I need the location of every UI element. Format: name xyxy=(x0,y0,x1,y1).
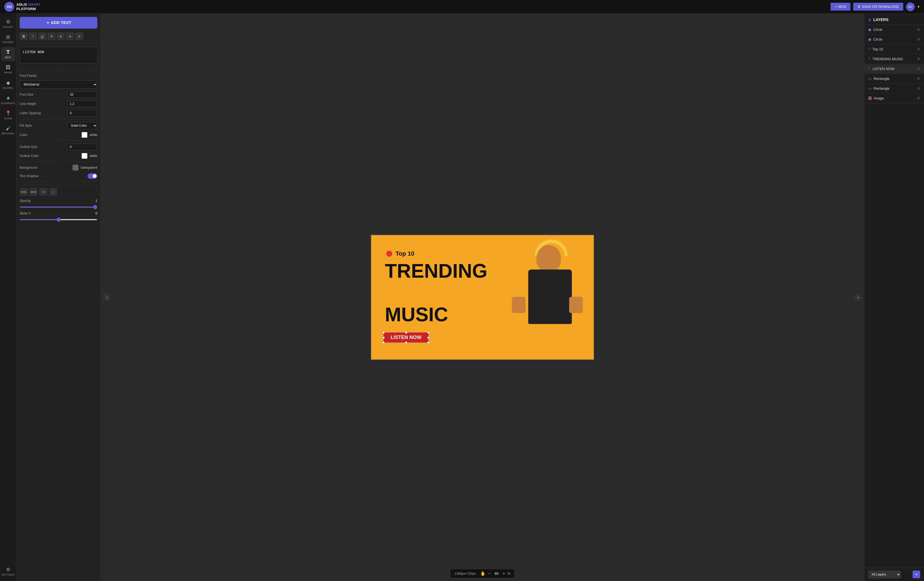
align-justify-button[interactable]: ≡ xyxy=(75,33,83,40)
transform-btn-2[interactable]: ⟺ xyxy=(30,188,38,196)
layer-settings-icon[interactable]: ⚙ xyxy=(917,86,920,91)
sidebar-item-shapes[interactable]: ◆ SHAPES xyxy=(1,78,15,92)
zoom-value: 80 xyxy=(493,571,500,576)
sidebar-item-adjust[interactable]: ⚙ ADJUST xyxy=(1,17,15,31)
layer-item-circle1[interactable]: ◉ Circle ⚙ xyxy=(864,25,924,35)
sidebar-item-icons[interactable]: 📍 ICONS xyxy=(1,108,15,122)
sidebar-item-text[interactable]: T TEXT xyxy=(1,47,15,61)
layer-name: Circle xyxy=(873,37,882,41)
handle-bot-mid[interactable] xyxy=(405,342,407,343)
user-avatar[interactable]: AD xyxy=(906,2,915,11)
layer-settings-icon[interactable]: ⚙ xyxy=(917,67,920,71)
align-center-button[interactable]: ≡ xyxy=(57,33,65,40)
layer-name: Rectangle xyxy=(874,77,889,81)
layer-item-listennow[interactable]: T LISTEN NOW ⚙ xyxy=(864,64,924,74)
layer-settings-icon[interactable]: ⚙ xyxy=(917,77,920,81)
text-shadow-toggle[interactable] xyxy=(87,173,97,179)
outline-color-swatch[interactable] xyxy=(81,153,87,159)
line-height-input[interactable] xyxy=(67,101,97,107)
transform-btn-3[interactable]: + xyxy=(39,188,48,196)
layer-name: Top 10 xyxy=(873,47,883,51)
zoom-out-button[interactable]: − xyxy=(488,571,490,576)
shapes-icon: ◆ xyxy=(6,80,10,86)
transform-btn-4[interactable]: ↕ xyxy=(49,188,57,196)
handle-mid-right[interactable] xyxy=(427,337,429,339)
font-family-label: Font Family xyxy=(20,74,44,78)
bold-button[interactable]: B xyxy=(20,33,28,40)
user-menu-chevron[interactable]: ▾ xyxy=(917,4,920,9)
sidebar-item-settings[interactable]: ⚙ SETTINGS xyxy=(1,564,15,578)
image-icon: 🖼 xyxy=(6,64,11,70)
font-size-input[interactable] xyxy=(67,91,97,98)
handle-top-left[interactable] xyxy=(383,332,384,333)
layer-item-image[interactable]: 🖼 Image ⚙ xyxy=(864,94,924,103)
align-right-button[interactable]: ≡ xyxy=(66,33,74,40)
text-content-input[interactable]: LISTEN NOW xyxy=(20,47,97,63)
handle-top-mid[interactable] xyxy=(405,332,407,333)
layer-settings-icon[interactable]: ⚙ xyxy=(917,37,920,41)
all-layers-select[interactable]: All Layers xyxy=(868,571,901,578)
layer-settings-icon[interactable]: ⚙ xyxy=(917,96,920,100)
line-height-label: Line Height xyxy=(20,102,44,106)
canvas-area: ‹ Top 10 xyxy=(101,14,864,581)
layer-settings-icon[interactable]: ⚙ xyxy=(917,47,920,51)
color-value: white xyxy=(90,133,97,137)
canvas-bottom-bar: 1280px×720px ✋ − 80 + % xyxy=(450,569,514,578)
brushes-icon: 🖌 xyxy=(6,125,11,131)
layer-settings-icon[interactable]: ⚙ xyxy=(917,57,920,61)
sidebar-item-elements[interactable]: ★ ELEMENTS xyxy=(1,92,15,107)
sidebar-item-image[interactable]: 🖼 IMAGE xyxy=(1,62,15,76)
layer-item-rect1[interactable]: ▭ Rectangle ⚙ xyxy=(864,74,924,84)
letter-spacing-input[interactable] xyxy=(67,110,97,116)
layer-name: Image xyxy=(874,96,884,100)
add-layer-button[interactable]: + xyxy=(912,571,920,578)
color-swatch[interactable] xyxy=(81,132,87,138)
italic-button[interactable]: I xyxy=(29,33,37,40)
left-panel: ＋ ADD TEXT B I U ≡ ≡ ≡ ≡ LISTEN NOW Font… xyxy=(16,14,101,581)
layer-item-circle2[interactable]: ◉ Circle ⚙ xyxy=(864,35,924,45)
color-label: Color xyxy=(20,133,44,137)
zoom-in-button[interactable]: + xyxy=(503,571,505,576)
sidebar-item-frames[interactable]: ⊞ FRAMES xyxy=(1,31,15,46)
align-left-button[interactable]: ≡ xyxy=(48,33,56,40)
canvas-nav-right[interactable]: › xyxy=(854,294,862,301)
layer-item-top10[interactable]: T Top 10 ⚙ xyxy=(864,45,924,54)
top10-text: Top 10 xyxy=(396,250,414,257)
underline-button[interactable]: U xyxy=(38,33,46,40)
layer-settings-icon[interactable]: ⚙ xyxy=(917,28,920,31)
outline-size-input[interactable] xyxy=(67,144,97,150)
skew-x-slider[interactable] xyxy=(20,219,97,220)
text-type-icon: T xyxy=(868,47,870,51)
new-button[interactable]: + NEW xyxy=(830,3,851,11)
sidebar-item-brushes[interactable]: 🖌 BRUSHES xyxy=(1,123,15,137)
fill-style-select[interactable]: Solid Color Gradient xyxy=(67,122,97,129)
settings-icon: ⚙ xyxy=(6,566,10,573)
save-download-button[interactable]: ⬇ SAVE OR DOWNLOAD xyxy=(853,3,903,11)
shape-type-icon: ◉ xyxy=(868,37,871,41)
canvas-trending-text: TRENDING xyxy=(385,261,487,281)
person-head xyxy=(536,245,561,272)
color-selector: white xyxy=(81,132,97,138)
font-family-select[interactable]: Montserrat Arial Roboto xyxy=(20,80,97,89)
canvas-top10: Top 10 xyxy=(386,250,414,257)
listen-now-element[interactable]: LISTEN NOW xyxy=(383,332,429,343)
opacity-slider[interactable] xyxy=(20,206,97,208)
transform-btn-1[interactable]: ⟺ xyxy=(20,188,28,196)
background-swatch[interactable] xyxy=(73,165,79,171)
handle-bot-left[interactable] xyxy=(383,342,384,343)
shape-type-icon: ▭ xyxy=(868,77,871,81)
handle-top-right[interactable] xyxy=(427,332,429,333)
handle-mid-left[interactable] xyxy=(383,337,384,339)
canvas-nav-left[interactable]: ‹ xyxy=(103,294,111,301)
canvas-frame[interactable]: Top 10 TRENDING MUSIC xyxy=(371,234,594,360)
canvas-content: Top 10 TRENDING MUSIC xyxy=(371,235,594,360)
layer-item-rect2[interactable]: ▭ Rectangle ⚙ xyxy=(864,84,924,94)
layer-name: LISTEN NOW xyxy=(873,67,894,71)
layer-name: TRENDING MUSIC xyxy=(873,57,903,61)
listen-now-text-box: LISTEN NOW xyxy=(383,332,429,343)
layer-item-trending[interactable]: T TRENDING MUSIC ⚙ xyxy=(864,54,924,64)
handle-bot-right[interactable] xyxy=(427,342,429,343)
add-text-button[interactable]: ＋ ADD TEXT xyxy=(20,17,97,29)
outline-size-row: Outline Size xyxy=(20,144,97,150)
hand-tool-icon[interactable]: ✋ xyxy=(480,571,486,576)
